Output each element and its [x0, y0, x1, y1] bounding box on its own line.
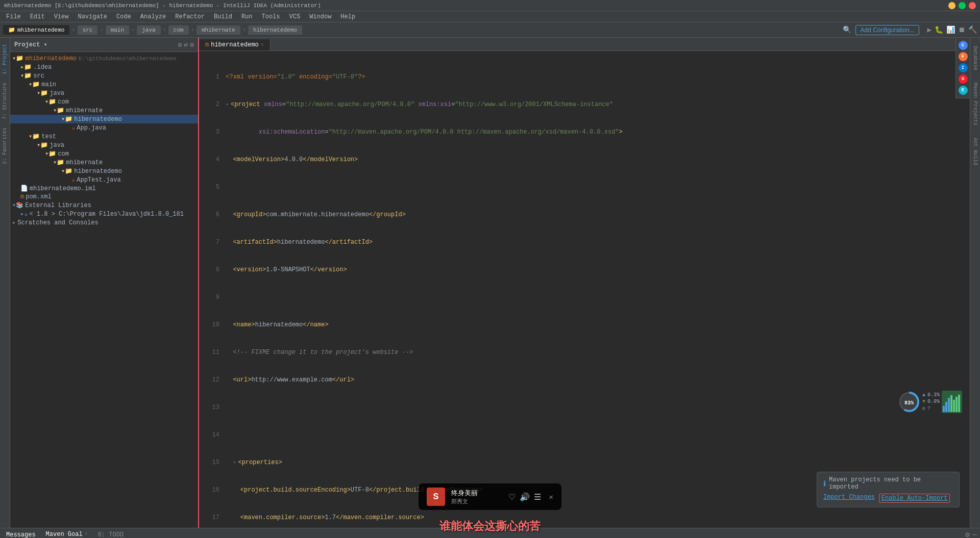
- tree-item-java[interactable]: ▾📁 java: [10, 89, 198, 97]
- bottom-tab-maven[interactable]: Maven Goal ×: [43, 530, 91, 539]
- opera-button[interactable]: O: [959, 74, 968, 84]
- build-button[interactable]: 🔨: [968, 25, 977, 34]
- breadcrumb-mhibernate[interactable]: mhibernate: [197, 25, 240, 35]
- menu-refactor[interactable]: Refactor: [171, 12, 209, 21]
- menu-run[interactable]: Run: [237, 12, 257, 21]
- media-menu-button[interactable]: ☰: [534, 492, 541, 502]
- tree-item-pom[interactable]: m pom.xml: [10, 193, 198, 201]
- tree-item-com[interactable]: ▾📁 com: [10, 97, 198, 106]
- menu-help[interactable]: Help: [336, 12, 359, 21]
- tree-item-appjava[interactable]: ☕ App.java: [10, 123, 198, 132]
- notif-actions: Import Changes Enable Auto-Import: [823, 494, 953, 503]
- debug-button[interactable]: 🐛: [935, 25, 943, 34]
- testhib-folder-icon: ▾📁: [61, 167, 72, 175]
- pom-icon: m: [20, 193, 24, 200]
- code-line-2: 2 ▾<project xmlns="http://maven.apache.o…: [205, 100, 964, 109]
- left-tab-favorites[interactable]: 2: Favorites: [1, 123, 9, 168]
- menu-tools[interactable]: Tools: [258, 12, 284, 21]
- ie-button[interactable]: I: [959, 63, 968, 72]
- apptest-icon: ☕: [71, 176, 75, 184]
- media-controls: ♡ 🔊 ☰: [508, 492, 541, 502]
- menu-edit[interactable]: Edit: [26, 12, 49, 21]
- menu-view[interactable]: View: [50, 12, 73, 21]
- close-button[interactable]: [969, 2, 976, 9]
- project-settings-icon[interactable]: ⚙: [178, 41, 182, 49]
- menu-window[interactable]: Window: [305, 12, 335, 21]
- project-sync-icon[interactable]: ⇄: [184, 41, 188, 49]
- lyrics-text: 谁能体会这撕心的苦: [439, 521, 541, 533]
- editor-tabs: m hibernatedemo ×: [199, 38, 970, 51]
- tree-item-src[interactable]: ▾📁 src: [10, 71, 198, 80]
- enable-auto-import-button[interactable]: Enable Auto-Import: [879, 494, 950, 503]
- editor-tab-close[interactable]: ×: [261, 42, 264, 48]
- cpu-settings[interactable]: ⚙ ?: [922, 405, 940, 412]
- notif-info-icon: ℹ: [823, 479, 826, 488]
- media-volume-button[interactable]: 🔊: [520, 492, 530, 502]
- tree-item-main[interactable]: ▾📁 main: [10, 80, 198, 89]
- tree-item-iml[interactable]: 📄 mhibernatedemo.iml: [10, 184, 198, 193]
- tree-item-scratches[interactable]: ▸ Scratches and Consoles: [10, 218, 198, 227]
- editor-tab-label: hibernatedemo: [211, 41, 259, 48]
- firefox-button[interactable]: F: [959, 52, 968, 61]
- breadcrumb-java[interactable]: java: [137, 25, 160, 35]
- chrome-button[interactable]: C: [959, 41, 968, 50]
- coverage-button[interactable]: 📊: [946, 25, 955, 34]
- bottom-tab-messages[interactable]: Messages: [3, 530, 39, 539]
- editor-tab-hibernatedemo[interactable]: m hibernatedemo ×: [199, 39, 271, 50]
- code-line-12: 12 <url>http://www.example.com</url>: [205, 375, 964, 385]
- stop-button[interactable]: ⏹: [958, 26, 965, 34]
- hibernatedemo-folder-icon: ▾📁: [61, 115, 72, 123]
- media-love-button[interactable]: ♡: [508, 492, 516, 502]
- tree-item-mhibernate[interactable]: ▾📁 mhibernate: [10, 106, 198, 115]
- menu-bar: File Edit View Navigate Code Analyze Ref…: [0, 11, 980, 22]
- left-tab-structure[interactable]: 7: Structure: [1, 79, 9, 123]
- menu-code[interactable]: Code: [112, 12, 135, 21]
- breadcrumb-src[interactable]: src: [78, 25, 98, 35]
- cpu-graph: [942, 391, 962, 413]
- breadcrumb-mhibernatedemo[interactable]: 📁 mhibernatedemo: [3, 25, 69, 35]
- title-bar: mhibernatedemo [E:\githubdemos\mhibernat…: [0, 0, 980, 11]
- left-tab-project[interactable]: 1: Project: [1, 40, 9, 79]
- breadcrumb-com[interactable]: com: [168, 25, 189, 35]
- tree-item-root[interactable]: ▾📁 mhibernatedemo E:\githubdemos\mhibern…: [10, 54, 198, 63]
- menu-analyze[interactable]: Analyze: [136, 12, 170, 21]
- right-tab-ant[interactable]: Ant Build: [971, 132, 979, 171]
- project-gear-icon[interactable]: ⚙: [190, 41, 194, 49]
- tree-item-extlibs[interactable]: ▾📚 External Libraries: [10, 201, 198, 210]
- tree-item-idea[interactable]: ▸📁 .idea: [10, 63, 198, 71]
- minimize-button[interactable]: [948, 2, 955, 9]
- bottom-minimize-icon[interactable]: —: [973, 530, 977, 538]
- import-changes-button[interactable]: Import Changes: [823, 494, 875, 503]
- menu-vcs[interactable]: VCS: [285, 12, 305, 21]
- right-tab-database[interactable]: Database: [971, 40, 979, 76]
- tree-item-testhib[interactable]: ▾📁 hibernatedemo: [10, 167, 198, 175]
- bottom-settings-icon[interactable]: ⚙: [965, 530, 969, 538]
- bottom-tab-todo[interactable]: 6: TODO: [95, 530, 127, 539]
- breadcrumb-main[interactable]: main: [106, 25, 129, 35]
- menu-navigate[interactable]: Navigate: [74, 12, 111, 21]
- tree-item-jdk[interactable]: ▸☕ < 1.8 > C:\Program Files\Java\jdk1.8.…: [10, 210, 198, 218]
- code-line-9: 9: [205, 293, 964, 302]
- media-close-button[interactable]: ✕: [549, 493, 553, 501]
- cpu-gear-icon: ⚙: [922, 405, 925, 412]
- code-line-5: 5: [205, 183, 964, 192]
- breadcrumb-hibernatedemo[interactable]: hibernatedemo: [248, 25, 302, 35]
- run-toolbar: ▶ 🐛 📊 ⏹ 🔨: [927, 25, 977, 34]
- tree-item-test[interactable]: ▾📁 test: [10, 132, 198, 141]
- edge-button[interactable]: E: [959, 86, 968, 95]
- editor-tab-icon: m: [205, 41, 209, 48]
- tree-item-testjava[interactable]: ▾📁 java: [10, 141, 198, 149]
- tree-item-apptest[interactable]: ☕ AppTest.java: [10, 175, 198, 184]
- right-tab-maven[interactable]: Maven Projects: [971, 76, 979, 132]
- tree-item-testcom[interactable]: ▾📁 com: [10, 149, 198, 158]
- maven-tab-close[interactable]: ×: [85, 531, 88, 537]
- menu-file[interactable]: File: [2, 12, 25, 21]
- tree-item-hibernatedemo[interactable]: ▾📁 hibernatedemo: [10, 115, 198, 123]
- run-button[interactable]: ▶: [927, 25, 932, 34]
- window-controls[interactable]: [948, 2, 976, 9]
- menu-build[interactable]: Build: [210, 12, 236, 21]
- add-configuration-button[interactable]: Add Configuration...: [855, 25, 919, 35]
- tree-item-testmhibernate[interactable]: ▾📁 mhibernate: [10, 158, 198, 167]
- maximize-button[interactable]: [959, 2, 966, 9]
- search-everywhere-icon[interactable]: 🔍: [843, 25, 851, 34]
